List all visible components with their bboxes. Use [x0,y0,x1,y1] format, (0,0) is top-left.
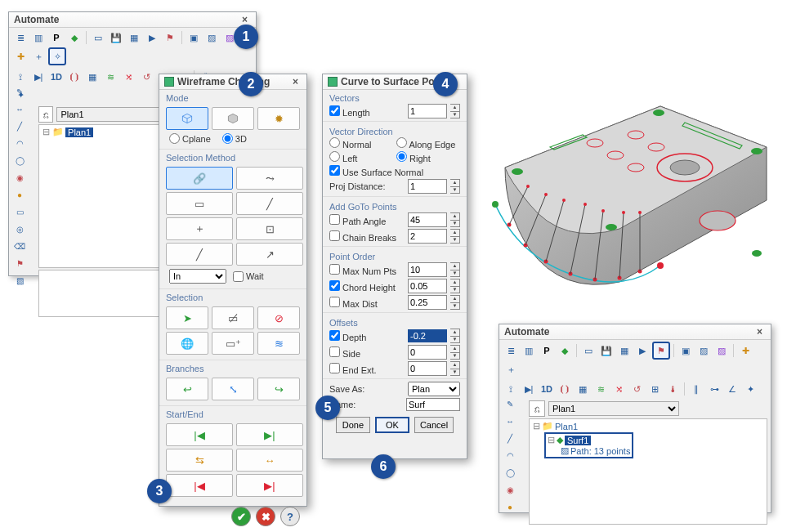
ok-button[interactable]: OK [375,417,409,433]
play-icon[interactable]: ▶ [144,29,160,46]
close-icon[interactable]: × [753,326,766,338]
plan-select-right[interactable]: Plan1 [548,401,679,416]
plan-prev-icon[interactable]: ⎌ [38,106,53,123]
line-icon[interactable]: ╱ [12,118,27,133]
pick-button[interactable]: ➤ [166,306,208,329]
chordheight-checkbox[interactable]: Chord Height [329,280,405,293]
play-solid-icon[interactable]: ▶| [521,381,537,397]
normal-radio[interactable]: Normal [329,137,393,150]
maxnumpts-spinner[interactable]: ▲▼ [450,262,460,277]
hatch-blue-icon[interactable]: ▨ [695,342,712,359]
line-icon[interactable]: ╱ [503,431,517,445]
plan-prev-icon[interactable]: ⎌ [529,400,545,417]
depth-input[interactable] [408,329,447,342]
arc-icon[interactable]: ◠ [503,448,517,463]
globe-button[interactable]: 🌐 [166,332,208,355]
close-icon[interactable]: × [239,14,251,25]
line-method-button[interactable]: ╱ [166,243,233,266]
maxdist-input[interactable] [408,295,447,310]
list-icon[interactable]: ≣ [12,29,29,46]
page-icon[interactable]: ▭ [90,29,106,46]
grid-small-icon[interactable]: ▦ [575,381,591,397]
plan-tree-right[interactable]: ⊟ 📁 Plan1 ⊟ ◆ Surf1 ▨ Path: 13 points [529,418,767,525]
page-icon[interactable]: ▭ [580,342,597,359]
tree-expand-icon[interactable]: ⊟ [548,435,555,445]
depth-spinner[interactable]: ▲▼ [450,329,460,343]
tree-path[interactable]: Path: 13 points [570,446,630,456]
save-icon[interactable]: 💾 [598,342,615,359]
maxnumpts-checkbox[interactable]: Max Num Pts [329,264,405,276]
hatch-blue-icon[interactable]: ▨ [203,29,220,46]
one-d-icon[interactable]: 1D [48,69,65,85]
box-icon[interactable]: ▣ [186,29,202,46]
mode-settings-button[interactable]: ✹ [257,107,300,130]
length-spinner[interactable]: ▲▼ [450,104,460,118]
tree-expand-icon[interactable]: ⊟ [533,421,540,431]
dup-select-button[interactable]: ▭⁺ [212,332,254,355]
cplane-radio[interactable]: Cplane [169,133,211,144]
single-method-button[interactable]: ╱ [236,192,303,215]
swap-ends-button[interactable]: ⇆ [166,449,233,472]
use-surf-normal-checkbox[interactable]: Use Surface Normal [329,165,423,177]
diamond-green-icon[interactable]: ◆ [66,29,83,46]
pencil-icon[interactable]: ✎ [12,84,27,99]
3d-radio[interactable]: 3D [222,133,247,144]
in-select[interactable]: In [169,269,226,284]
oval-icon[interactable]: ◯ [503,465,517,480]
maxdist-spinner[interactable]: ▲▼ [450,295,460,310]
cross-icon[interactable]: ✚ [737,342,753,359]
diamond-green-icon[interactable]: ◆ [557,342,573,359]
view-icon[interactable]: ⟟ [503,381,519,397]
chainbreaks-input[interactable] [408,229,447,244]
grid-icon[interactable]: ▦ [616,342,633,359]
ok-round-button[interactable]: ✔ [231,507,251,526]
bars-icon[interactable]: ∥ [688,381,704,397]
list-icon[interactable]: ≣ [503,342,519,359]
pathangle-input[interactable] [408,212,447,227]
anchor-icon[interactable]: ◉ [503,482,517,497]
axis-red-icon[interactable]: ⤨ [120,69,136,85]
endext-spinner[interactable]: ▲▼ [450,361,460,376]
maxnumpts-input[interactable] [408,262,447,277]
pathangle-checkbox[interactable]: Path Angle [329,214,405,226]
flag-icon[interactable]: ⚑ [652,342,670,360]
no-entry-button[interactable]: ⊘ [257,306,300,329]
mode-solid-button[interactable] [212,107,254,130]
side-spinner[interactable]: ▲▼ [450,345,460,360]
flag-icon[interactable]: ⚑ [162,29,178,46]
layers-icon[interactable]: ▥ [30,29,47,46]
side-input[interactable] [408,345,447,360]
depth-checkbox[interactable]: Depth [329,330,405,342]
arc-icon[interactable]: ◠ [12,136,27,150]
net-icon[interactable]: ⊞ [646,381,663,397]
move-icon[interactable]: ↔ [503,414,517,428]
thermo-icon[interactable]: 🌡 [664,381,681,397]
endext-checkbox[interactable]: End Ext. [329,363,405,375]
chordheight-spinner[interactable]: ▲▼ [450,279,460,293]
maxdist-checkbox[interactable]: Max Dist [329,297,405,309]
plus-icon[interactable]: ＋ [503,361,519,378]
chainbreaks-spinner[interactable]: ▲▼ [450,229,460,244]
waves-button[interactable]: ≋ [257,332,300,355]
tree-expand-icon[interactable]: ⊟ [42,127,50,136]
extend-button[interactable]: ↔ [236,449,303,472]
layers-icon[interactable]: ▥ [521,342,537,359]
window-method-button[interactable]: ▭ [166,192,233,215]
chordheight-input[interactable] [408,279,447,293]
flag2-icon[interactable]: ⚑ [12,256,27,270]
bold-p-icon[interactable]: P [539,342,555,359]
swatch-icon[interactable]: ▧ [12,273,27,288]
play-icon[interactable]: ▶ [634,342,651,359]
pencil-icon[interactable]: ✎ [503,396,517,411]
mode-wireframe-button[interactable] [166,107,208,130]
move-icon[interactable]: ↔ [12,101,27,116]
branch-back-button[interactable]: ↩ [166,378,208,400]
alongedge-radio[interactable]: Along Edge [396,137,460,150]
anchor-icon[interactable]: ◉ [12,170,27,185]
help-round-button[interactable]: ? [280,507,300,526]
sparkle-icon[interactable]: ✦ [742,381,758,397]
done-button[interactable]: Done [336,417,370,433]
target-icon[interactable]: ◎ [12,221,27,236]
one-d-icon[interactable]: 1D [539,381,555,397]
tree-surf1[interactable]: Surf1 [565,436,591,445]
